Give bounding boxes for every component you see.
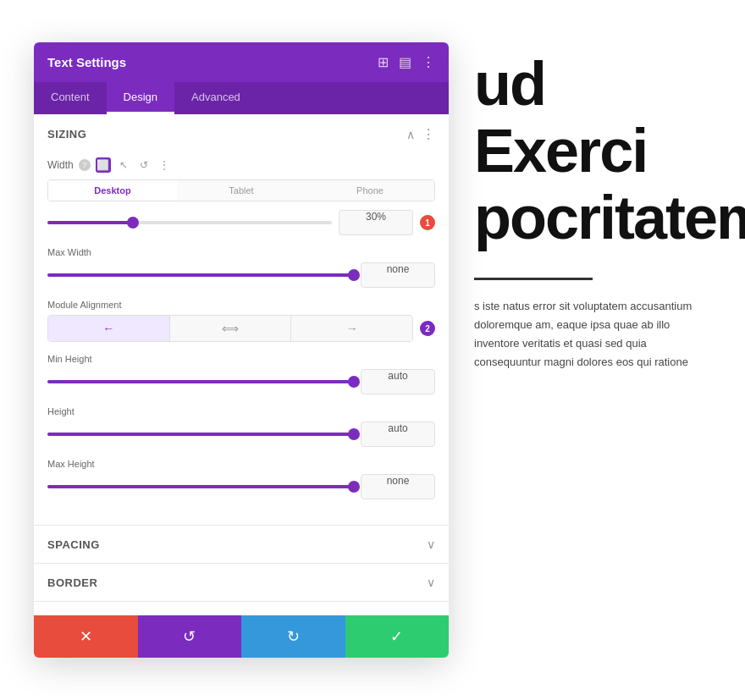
max-width-slider-fill <box>47 273 354 277</box>
confirm-icon: ✓ <box>390 627 403 646</box>
cancel-icon: ✕ <box>80 627 92 646</box>
module-alignment-label: Module Alignment <box>47 300 435 310</box>
sizing-section-title: Sizing <box>47 128 86 141</box>
max-width-slider-thumb[interactable] <box>348 269 360 281</box>
width-help-icon[interactable]: ? <box>79 159 91 171</box>
redo-icon: ↻ <box>287 627 300 646</box>
spacing-collapse-icon: ∨ <box>427 537 435 551</box>
spacing-section-title: Spacing <box>47 538 100 551</box>
module-alignment-row: ← ⟺ → 2 <box>47 315 435 342</box>
border-section[interactable]: Border ∨ <box>34 564 449 602</box>
min-height-slider-row: auto <box>47 369 435 394</box>
columns-icon[interactable]: ▤ <box>399 54 411 70</box>
width-badge: 1 <box>420 215 435 230</box>
max-width-label: Max Width <box>47 247 435 257</box>
width-slider-thumb[interactable] <box>127 217 139 229</box>
width-slider-fill <box>47 221 133 224</box>
width-label: Width <box>47 159 74 171</box>
undo-button[interactable]: ↺ <box>138 615 242 658</box>
width-reset-icon[interactable]: ↺ <box>136 157 152 173</box>
max-height-slider-row: none <box>47 474 435 499</box>
box-shadow-section-header[interactable]: Box Shadow ∨ <box>34 602 449 615</box>
height-slider-track[interactable] <box>47 433 354 436</box>
sizing-section-body: Width ? ⬜ ↖ ↺ ⋮ Desktop Tablet Phone <box>34 154 449 525</box>
width-link-icon[interactable]: ↖ <box>116 157 131 173</box>
device-tab-tablet[interactable]: Tablet <box>177 180 306 201</box>
alignment-btn-group: ← ⟺ → <box>47 315 413 342</box>
width-desktop-icon[interactable]: ⬜ <box>96 157 111 173</box>
bg-heading: ud Exerci pocritatem <box>474 51 711 252</box>
max-height-slider-track[interactable] <box>47 485 354 488</box>
align-left-btn[interactable]: ← <box>48 316 170 341</box>
min-height-slider-track[interactable] <box>47 380 354 383</box>
min-height-label: Min Height <box>47 354 435 364</box>
bg-body-text: s iste natus error sit voluptatem accusa… <box>474 297 711 372</box>
sizing-section-header[interactable]: Sizing ∧ ⋮ <box>34 114 449 154</box>
panel-header-icons: ⊞ ▤ ⋮ <box>378 54 435 70</box>
sizing-collapse-icon[interactable]: ∧ <box>406 128 415 141</box>
expand-icon[interactable]: ⊞ <box>378 54 389 70</box>
confirm-button[interactable]: ✓ <box>345 615 450 658</box>
height-label: Height <box>47 406 435 416</box>
border-section-title: Border <box>47 576 97 589</box>
panel-header: Text Settings ⊞ ▤ ⋮ <box>34 42 449 82</box>
border-section-header[interactable]: Border ∨ <box>34 564 449 601</box>
max-height-slider-fill <box>47 485 354 488</box>
width-value-input[interactable]: 30% <box>339 210 413 235</box>
panel-tabs: Content Design Advanced <box>34 82 449 114</box>
spacing-section-header[interactable]: Spacing ∨ <box>34 526 449 563</box>
panel-body: Sizing ∧ ⋮ Width ? ⬜ ↖ ↺ ⋮ Des <box>34 114 449 615</box>
min-height-value-input[interactable]: auto <box>361 369 435 394</box>
box-shadow-section[interactable]: Box Shadow ∨ <box>34 602 449 615</box>
device-tab-phone[interactable]: Phone <box>306 180 434 201</box>
width-slider-track[interactable] <box>47 221 332 224</box>
width-label-row: Width ? ⬜ ↖ ↺ ⋮ <box>47 154 435 173</box>
max-height-value-input[interactable]: none <box>361 474 435 499</box>
height-slider-thumb[interactable] <box>348 428 360 440</box>
tab-design[interactable]: Design <box>107 82 174 114</box>
undo-icon: ↺ <box>183 627 196 646</box>
device-tab-desktop[interactable]: Desktop <box>48 180 177 201</box>
alignment-badge: 2 <box>420 321 435 336</box>
max-width-slider-row: none <box>47 262 435 288</box>
align-right-btn[interactable]: → <box>291 316 412 341</box>
redo-button[interactable]: ↻ <box>241 615 345 658</box>
cancel-button[interactable]: ✕ <box>34 615 138 658</box>
sizing-section-actions: ∧ ⋮ <box>406 126 435 142</box>
max-width-value-input[interactable]: none <box>361 262 435 288</box>
width-more-icon[interactable]: ⋮ <box>157 157 172 173</box>
spacing-section[interactable]: Spacing ∨ <box>34 526 449 564</box>
device-tabs: Desktop Tablet Phone <box>47 179 435 201</box>
panel-title: Text Settings <box>47 55 126 69</box>
width-slider-row: 30% 1 <box>47 210 435 235</box>
min-height-slider-thumb[interactable] <box>348 376 360 388</box>
tab-content[interactable]: Content <box>34 82 107 114</box>
bg-divider <box>474 278 593 280</box>
max-width-slider-track[interactable] <box>47 273 354 277</box>
align-center-btn[interactable]: ⟺ <box>170 316 292 341</box>
sizing-section: Sizing ∧ ⋮ Width ? ⬜ ↖ ↺ ⋮ Des <box>34 114 449 526</box>
height-slider-fill <box>47 433 354 436</box>
more-options-icon[interactable]: ⋮ <box>422 54 435 70</box>
panel-footer: ✕ ↺ ↻ ✓ <box>34 615 449 658</box>
settings-panel: Text Settings ⊞ ▤ ⋮ Content Design Advan… <box>34 42 449 658</box>
sizing-more-icon[interactable]: ⋮ <box>422 126 435 142</box>
max-height-slider-thumb[interactable] <box>348 481 360 493</box>
height-value-input[interactable]: auto <box>361 422 435 447</box>
max-height-label: Max Height <box>47 459 435 469</box>
height-slider-row: auto <box>47 422 435 447</box>
tab-advanced[interactable]: Advanced <box>174 82 257 114</box>
border-collapse-icon: ∨ <box>427 576 435 589</box>
min-height-slider-fill <box>47 380 354 383</box>
